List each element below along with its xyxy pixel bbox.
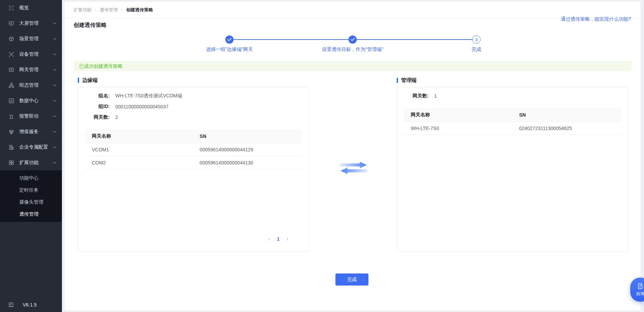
app-window: 概览 大屏管理 场景管理 <box>0 0 644 312</box>
breadcrumb-item-current: 创建透传策略 <box>126 7 153 13</box>
chevron-down-icon <box>53 38 56 40</box>
document-icon <box>637 283 644 290</box>
chevron-down-icon <box>53 131 56 133</box>
grid-squares-icon <box>8 160 14 166</box>
step1-done-check-icon <box>225 35 234 44</box>
sidebar-item-gateway-mgmt[interactable]: 网关管理 <box>0 62 62 77</box>
sidebar-item-enterprise-config[interactable]: 企业专属配置 <box>0 139 62 155</box>
data-exchange-arrows-icon <box>339 161 369 175</box>
edge-panel: 组名: WH-LTE-7S0透传测试VCOM端 组ID: 00011000000… <box>78 87 309 251</box>
breadcrumb-item-extensions[interactable]: 扩展功能 <box>74 7 92 13</box>
group-name-value: WH-LTE-7S0透传测试VCOM端 <box>115 93 182 99</box>
page-number[interactable]: 1 <box>272 236 285 242</box>
gateway-count-row: 网关数: 2 <box>78 112 308 122</box>
sn-header: SN <box>519 112 621 118</box>
submenu-item-passthrough-mgmt[interactable]: 透传管理 <box>0 208 62 220</box>
finish-button[interactable]: 完成 <box>335 273 368 286</box>
chevron-down-icon <box>53 22 56 24</box>
gateway-count-value: 2 <box>115 115 118 120</box>
sidebar-item-config-mgmt[interactable]: 组态管理 <box>0 77 62 93</box>
sidebar-item-label: 企业专属配置 <box>19 144 48 150</box>
alarm-siren-icon <box>8 113 14 119</box>
table-header-row: 网关名称 SN <box>404 108 621 122</box>
sidebar-item-screen-mgmt[interactable]: 大屏管理 <box>0 15 62 31</box>
sidebar-item-alarm-linkage[interactable]: 报警联动 <box>0 108 62 124</box>
manage-panel: 网关数: 1 网关名称 SN WH-LTE-7S0 02402723111300… <box>397 87 629 251</box>
main-content: 扩展功能 › 透传管理 › 创建透传策略 通过透传策略，能实现什么功能? 创建透… <box>65 2 641 310</box>
sidebar-item-label: 报警联动 <box>19 113 39 119</box>
submenu-item-function-center[interactable]: 功能中心 <box>0 172 62 184</box>
sidebar-item-label: 场景管理 <box>19 36 39 42</box>
chevron-down-icon <box>53 100 56 102</box>
gateway-count-value: 1 <box>434 93 437 99</box>
sidebar-item-overview[interactable]: 概览 <box>0 0 62 15</box>
chevron-down-icon <box>53 84 56 86</box>
step-connector-line <box>357 39 472 40</box>
help-link[interactable]: 通过透传策略，能实现什么功能? <box>561 16 631 22</box>
gateway-count-row: 网关数: 1 <box>397 90 628 101</box>
sidebar-nav: 概览 大屏管理 场景管理 <box>0 0 62 222</box>
sidebar-item-label: 数据中心 <box>19 98 39 104</box>
monitor-icon <box>8 20 14 26</box>
chevron-down-icon <box>53 53 56 55</box>
sidebar-item-label: 概览 <box>19 5 29 11</box>
step1-label: 选择一组"边缘端"网关 <box>178 46 281 53</box>
step-connector-line <box>234 39 348 40</box>
submenu-item-scheduled-tasks[interactable]: 定时任务 <box>0 184 62 196</box>
gem-icon <box>8 129 14 135</box>
group-id-value: 00011000000000045037 <box>115 104 169 109</box>
sidebar: 概览 大屏管理 场景管理 <box>0 0 62 312</box>
chevron-up-icon <box>53 162 56 164</box>
version-label: V6.1.5 <box>23 302 36 308</box>
sidebar-item-value-services[interactable]: 增值服务 <box>0 124 62 139</box>
bar-chart-icon <box>8 98 14 104</box>
chevron-down-icon <box>53 69 56 71</box>
flowchart-icon <box>8 82 14 88</box>
step3-number-badge: 3 <box>472 35 481 44</box>
gateway-name-header: 网关名称 <box>404 112 519 118</box>
chevron-down-icon <box>53 115 56 117</box>
sidebar-item-device-mgmt[interactable]: 设备管理 <box>0 46 62 62</box>
step2-label: 设置透传目标，作为"管理端" <box>301 46 404 53</box>
step2-done-check-icon <box>348 35 357 44</box>
building-icon <box>8 144 14 150</box>
collapse-sidebar-icon[interactable] <box>8 302 14 307</box>
table-row: VCOM1 00059614000000044129 <box>85 143 301 156</box>
pagination: ‹ 1 › <box>266 236 290 242</box>
manage-fields: 网关数: 1 <box>397 87 628 101</box>
edge-fields: 组名: WH-LTE-7S0透传测试VCOM端 组ID: 00011000000… <box>78 87 308 122</box>
sn-header: SN <box>200 133 301 139</box>
breadcrumb-separator: › <box>95 7 96 12</box>
section-accent-bar <box>397 78 398 83</box>
edge-section-title: 边缘端 <box>78 77 98 84</box>
next-page-icon[interactable]: › <box>285 236 290 242</box>
table-row: COM2 00059614000000044130 <box>85 156 301 169</box>
consult-floating-button[interactable]: 咨询 <box>630 278 644 302</box>
group-id-row: 组ID: 00011000000000045037 <box>78 101 308 112</box>
table-header-row: 网关名称 SN <box>85 129 301 143</box>
overview-scan-icon <box>8 5 14 11</box>
consult-label: 咨询 <box>636 291 644 297</box>
sidebar-item-label: 大屏管理 <box>19 20 39 26</box>
success-alert: 已成功创建透传策略 <box>74 61 632 71</box>
gateway-pulse-icon <box>8 67 14 73</box>
submenu-item-camera-mgmt[interactable]: 摄像头管理 <box>0 196 62 208</box>
chevron-down-icon <box>53 146 56 148</box>
breadcrumb-item-passthrough-mgmt[interactable]: 透传管理 <box>100 7 118 13</box>
prev-page-icon[interactable]: ‹ <box>266 236 272 242</box>
sidebar-item-extensions[interactable]: 扩展功能 <box>0 155 62 170</box>
section-accent-bar <box>78 78 79 83</box>
breadcrumb-separator: › <box>121 7 122 12</box>
sidebar-item-label: 组态管理 <box>19 82 39 88</box>
sidebar-item-label: 网关管理 <box>19 67 39 73</box>
sidebar-item-scene-mgmt[interactable]: 场景管理 <box>0 31 62 46</box>
sidebar-footer: V6.1.5 <box>0 298 62 312</box>
sidebar-item-data-center[interactable]: 数据中心 <box>0 93 62 108</box>
sidebar-item-label: 增值服务 <box>19 129 39 135</box>
step3-label: 完成 <box>425 46 528 53</box>
sidebar-item-label: 扩展功能 <box>19 160 39 166</box>
hexagon-cube-icon <box>8 36 14 42</box>
sidebar-item-label: 设备管理 <box>19 51 39 57</box>
device-brackets-icon <box>8 51 14 57</box>
group-name-row: 组名: WH-LTE-7S0透传测试VCOM端 <box>78 90 308 101</box>
